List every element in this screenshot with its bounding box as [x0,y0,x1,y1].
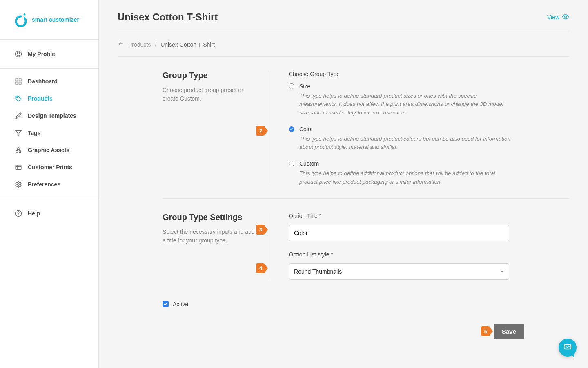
tag-icon [15,95,22,102]
sidebar-item-label: Customer Prints [28,164,72,171]
option-title-input[interactable] [289,225,509,241]
back-icon[interactable] [118,40,124,48]
profile-icon [15,50,22,58]
shapes-icon [15,146,22,154]
option-title-label: Option Title * [289,213,569,219]
radio-option-size[interactable]: Size This type helps to define standard … [289,83,569,117]
radio-icon-selected [289,126,294,132]
sidebar-item-label: Products [28,95,53,102]
svg-rect-4 [19,79,21,81]
sidebar-item-design-templates[interactable]: Design Templates [0,107,98,124]
sidebar-item-graphic-assets[interactable]: Graphic Assets [0,141,98,159]
svg-rect-5 [16,82,18,84]
help-icon [15,210,22,217]
active-checkbox[interactable] [163,301,169,307]
radio-icon [289,161,294,166]
active-row: Active [118,292,569,307]
view-link[interactable]: View [547,13,569,22]
sidebar-item-label: Design Templates [28,112,76,119]
radio-label: Color [299,126,313,132]
save-button[interactable]: Save [494,324,524,339]
sidebar-item-my-profile[interactable]: My Profile [0,45,98,63]
option-list-style-select[interactable]: Round Thumbnails [289,263,509,280]
svg-point-9 [19,151,21,153]
sidebar-item-customer-prints[interactable]: Customer Prints [0,159,98,176]
svg-point-7 [17,97,18,98]
radio-label: Size [299,83,310,90]
svg-rect-8 [16,151,18,153]
footer-actions: 5 Save [118,307,569,355]
gear-icon [15,181,22,188]
svg-point-0 [24,13,26,16]
radio-desc: This type helps to define standard produ… [299,135,512,152]
breadcrumb: Products / Unisex Cotton T-Shirt [118,32,569,57]
callout-5: 5 [481,326,490,336]
sidebar-item-preferences[interactable]: Preferences [0,176,98,193]
brand-logo-icon [15,12,27,27]
view-link-label: View [547,14,559,20]
svg-point-2 [18,52,20,54]
section-title: Group Type [163,71,256,80]
sidebar-item-label: Graphic Assets [28,147,69,153]
dashboard-icon [15,78,22,85]
radio-desc: This type helps to define standard produ… [299,92,512,117]
sidebar: smart customizer My Profile Dashboard [0,0,99,368]
mail-icon [563,342,572,353]
sidebar-item-label: Help [28,210,40,217]
svg-point-14 [565,16,567,18]
filter-icon [15,129,22,137]
breadcrumb-parent[interactable]: Products [128,41,151,48]
svg-point-11 [18,184,20,186]
radio-label: Custom [299,160,319,167]
callout-2: 2 [256,126,265,136]
section-desc: Choose product group preset or create Cu… [163,86,256,103]
section-group-type: Group Type Choose product group preset o… [163,57,569,199]
radio-option-color[interactable]: 2 Color This type helps to define standa… [289,126,569,152]
svg-rect-10 [16,165,21,170]
chevron-down-icon [501,271,504,272]
chat-fab[interactable] [559,339,577,357]
section-group-type-settings: Group Type Settings Select the necessary… [163,199,569,292]
sidebar-item-label: Dashboard [28,78,58,85]
sidebar-item-tags[interactable]: Tags [0,124,98,141]
svg-rect-3 [16,79,18,81]
page-header: Unisex Cotton T-Shirt View [118,0,569,32]
radio-option-custom[interactable]: Custom This type helps to define additio… [289,160,569,186]
group-type-radio-group: Size This type helps to define standard … [289,83,569,186]
eye-icon [562,13,569,22]
sidebar-item-products[interactable]: Products [0,90,98,107]
svg-point-13 [18,215,18,215]
svg-rect-15 [564,345,571,349]
select-value: Round Thumbnails [294,268,342,275]
active-label: Active [173,301,188,307]
sidebar-item-help[interactable]: Help [0,205,98,222]
sidebar-item-dashboard[interactable]: Dashboard [0,73,98,90]
templates-icon [15,112,22,119]
brand: smart customizer [0,0,98,40]
group-type-prompt: Choose Group Type [289,71,569,77]
radio-desc: This type helps to define additional pro… [299,169,512,186]
brand-name: smart customizer [32,16,79,23]
breadcrumb-separator: / [155,41,156,48]
section-title: Group Type Settings [163,213,256,222]
callout-3: 3 [256,225,265,235]
radio-icon [289,83,294,89]
svg-rect-6 [19,82,21,84]
sidebar-item-label: My Profile [28,51,55,57]
sidebar-item-label: Preferences [28,181,60,188]
callout-4: 4 [256,263,265,273]
prints-icon [15,164,22,171]
page-title: Unisex Cotton T-Shirt [118,11,218,23]
section-desc: Select the necessary inputs and add a ti… [163,228,256,245]
main-content: Unisex Cotton T-Shirt View Products / Un… [99,0,588,368]
breadcrumb-current: Unisex Cotton T-Shirt [160,41,215,48]
sidebar-item-label: Tags [28,130,41,136]
option-list-style-label: Option List style * [289,251,569,258]
